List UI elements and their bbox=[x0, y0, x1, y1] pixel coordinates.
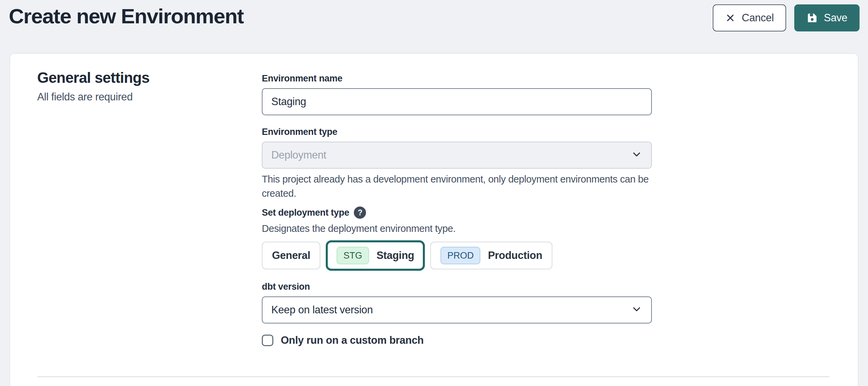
deployment-type-staging-button[interactable]: STG Staging bbox=[326, 240, 425, 271]
section-header: General settings All fields are required bbox=[10, 54, 262, 386]
cancel-button-label: Cancel bbox=[742, 12, 774, 24]
environment-type-help: This project already has a development e… bbox=[262, 172, 651, 200]
save-button-label: Save bbox=[824, 12, 847, 24]
dbt-version-select[interactable]: Keep on latest version bbox=[262, 296, 652, 323]
deployment-type-production-button[interactable]: PROD Production bbox=[430, 242, 552, 269]
environment-form: Environment name Environment type Deploy… bbox=[262, 54, 652, 386]
header-actions: Cancel Save bbox=[713, 4, 860, 31]
environment-name-label: Environment name bbox=[262, 73, 652, 84]
production-option-label: Production bbox=[488, 249, 542, 262]
chevron-down-icon bbox=[631, 149, 642, 162]
general-option-label: General bbox=[272, 249, 310, 262]
save-icon bbox=[806, 12, 818, 24]
deployment-type-description: Designates the deployment environment ty… bbox=[262, 221, 651, 236]
section-title: General settings bbox=[37, 69, 262, 86]
dbt-version-value: Keep on latest version bbox=[271, 304, 373, 316]
staging-option-label: Staging bbox=[376, 249, 414, 262]
deployment-type-label-row: Set deployment type ? bbox=[262, 207, 652, 219]
cancel-button[interactable]: Cancel bbox=[713, 4, 786, 31]
environment-name-input[interactable] bbox=[262, 88, 652, 115]
section-divider bbox=[37, 376, 829, 377]
save-button[interactable]: Save bbox=[794, 4, 860, 31]
section-subtitle: All fields are required bbox=[37, 91, 262, 103]
environment-type-value: Deployment bbox=[271, 149, 326, 161]
question-mark-circle-icon[interactable]: ? bbox=[354, 207, 366, 219]
general-settings-card: General settings All fields are required… bbox=[9, 53, 859, 386]
deployment-type-general-button[interactable]: General bbox=[262, 242, 320, 269]
custom-branch-label: Only run on a custom branch bbox=[281, 334, 424, 346]
dbt-version-label: dbt version bbox=[262, 281, 652, 292]
prod-badge: PROD bbox=[440, 247, 480, 264]
page-title: Create new Environment bbox=[9, 4, 244, 28]
custom-branch-checkbox[interactable] bbox=[262, 335, 273, 346]
environment-type-select[interactable]: Deployment bbox=[262, 142, 652, 169]
stg-badge: STG bbox=[337, 247, 369, 264]
chevron-down-icon bbox=[631, 304, 642, 316]
custom-branch-row: Only run on a custom branch bbox=[262, 334, 652, 347]
deployment-type-label: Set deployment type bbox=[262, 207, 349, 218]
deployment-type-options: General STG Staging PROD Production bbox=[262, 240, 652, 271]
environment-type-label: Environment type bbox=[262, 126, 652, 138]
close-icon bbox=[725, 13, 736, 23]
